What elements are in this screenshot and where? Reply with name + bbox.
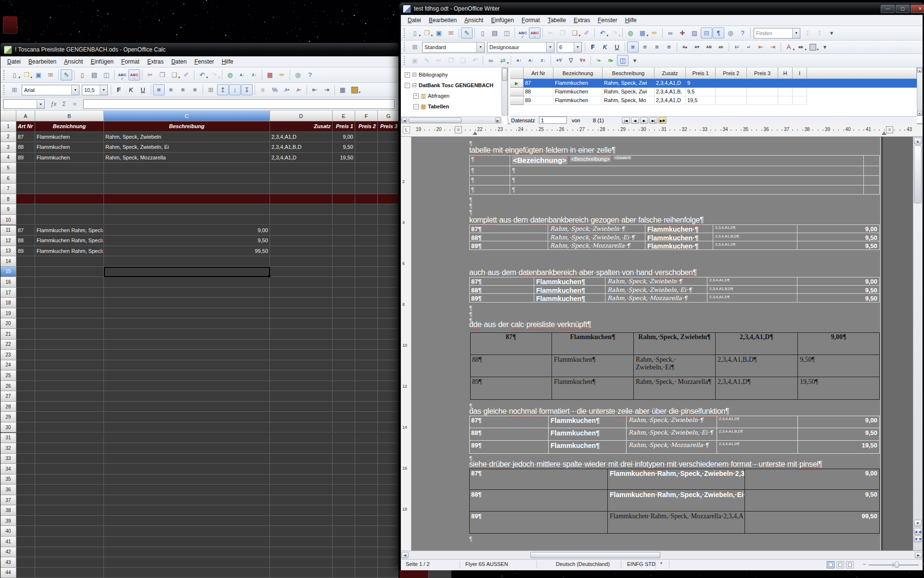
calc-sum-icon[interactable]: Σ [59, 99, 69, 109]
cell-F25[interactable] [355, 370, 378, 381]
cell-E36[interactable] [333, 485, 355, 495]
cell-C38[interactable] [104, 505, 270, 516]
cell-D18[interactable] [270, 298, 333, 308]
cell-B29[interactable] [35, 412, 104, 422]
cell-E6[interactable] [333, 173, 355, 184]
calc-show-draw-functions-icon[interactable]: ✏ [276, 69, 288, 80]
cell-F8[interactable] [355, 194, 378, 205]
cell-C34[interactable] [104, 464, 270, 474]
right-margin-marker[interactable]: ≡ [886, 126, 893, 133]
cell-G18[interactable] [378, 298, 398, 308]
cell-G28[interactable] [378, 402, 398, 412]
calc-column-header-E[interactable]: E [333, 111, 355, 121]
cell-A26[interactable] [16, 381, 35, 392]
cell-C30[interactable] [104, 422, 270, 433]
cell-D19[interactable] [270, 308, 333, 319]
cell-F44[interactable] [355, 568, 378, 578]
cell-C35[interactable] [104, 474, 270, 485]
grid-column-header-h[interactable]: H [778, 67, 793, 79]
font-size-combo-dropdown-icon[interactable]: ▾ [574, 42, 581, 52]
cell-B20[interactable] [35, 318, 104, 329]
cell-E27[interactable] [333, 391, 355, 402]
calc-row-header-1[interactable]: 1 [0, 121, 16, 132]
cell-B43[interactable] [35, 557, 104, 568]
grid-cell[interactable] [747, 79, 778, 88]
cell-A38[interactable] [16, 505, 35, 516]
calc-row-header-34[interactable]: 34 [0, 464, 16, 474]
writer-align-right-icon[interactable]: ≡ [651, 41, 663, 53]
writer-cut-icon[interactable]: ✂ [545, 27, 556, 39]
cell-B17[interactable] [35, 288, 104, 298]
calc-insert-chart-icon[interactable]: ▦ [264, 69, 276, 80]
cell-F15[interactable] [355, 267, 378, 277]
vscroll-thumb[interactable] [914, 145, 922, 203]
calc-paste-icon[interactable]: ❑▾ [168, 69, 180, 80]
writer-justify-icon[interactable]: ≡ [663, 41, 675, 53]
cell-G23[interactable] [378, 350, 398, 360]
grid-cell[interactable]: Rahm, Speck, Zwi [603, 88, 654, 96]
cell-E44[interactable] [333, 568, 355, 578]
cell-E34[interactable] [333, 464, 355, 474]
grid-row-selector[interactable] [510, 88, 524, 96]
cell-F35[interactable] [355, 474, 378, 485]
calc-row-header-38[interactable]: 38 [0, 505, 16, 516]
writer-sort-ascending-icon[interactable]: A↓ [525, 55, 537, 66]
calc-open-document-icon[interactable]: ❒▾ [21, 69, 32, 80]
collapse-icon[interactable]: − [413, 104, 419, 109]
cell-A5[interactable] [16, 163, 35, 173]
writer-menu-hilfe[interactable]: Hilfe [621, 15, 641, 25]
cell-D31[interactable] [270, 433, 333, 444]
cell-F16[interactable] [355, 277, 378, 288]
cell-E23[interactable] [333, 350, 355, 360]
grid-cell[interactable]: 2,3,4,A1,D [654, 96, 686, 105]
cell-F22[interactable] [355, 340, 378, 350]
writer-sort-icon[interactable]: A↕ [513, 55, 525, 66]
cell-B27[interactable] [35, 391, 104, 402]
writer-uppercase-icon[interactable]: AB [703, 41, 715, 53]
cell-B40[interactable] [35, 526, 104, 537]
zoom-slider-track[interactable] [869, 565, 919, 565]
grid-column-header-art-nr[interactable]: Art Nr [524, 67, 553, 79]
grid-column-header-beschreibung[interactable]: Beschreibung [603, 67, 654, 79]
grid-cell[interactable]: 87 [524, 79, 553, 88]
cell-D30[interactable] [270, 422, 333, 433]
cell-G41[interactable] [378, 537, 398, 547]
writer-data-sources-icon[interactable]: ⊟ [701, 27, 712, 39]
grid-vertical-scrollbar[interactable] [917, 67, 923, 116]
cell-A34[interactable] [16, 464, 35, 474]
cell-E28[interactable] [333, 402, 355, 412]
tree-item-datbank-tosc-gengenbach[interactable]: −⊟DatBank Tosc GENGENBACH [405, 81, 502, 90]
cell-E2[interactable]: 9,00 [333, 132, 355, 143]
zoom-in-icon[interactable]: + [920, 561, 924, 568]
cell-A44[interactable] [16, 568, 35, 578]
calc-format-paintbrush-icon[interactable]: ✐ [180, 69, 192, 80]
cell-D29[interactable] [270, 412, 333, 422]
writer-undo-icon[interactable]: ↶ [469, 55, 481, 66]
cell-C14[interactable] [104, 256, 270, 267]
tree-hscroll-thumb[interactable] [409, 118, 462, 123]
cell-A4[interactable]: 89 [16, 153, 35, 163]
calc-row-header-6[interactable]: 6 [0, 173, 16, 184]
cell-G21[interactable] [378, 329, 398, 340]
writer-menu-fenster[interactable]: Fenster [594, 15, 621, 25]
grid-row-selector[interactable]: ▶ [510, 79, 524, 88]
writer-format-paintbrush-icon[interactable]: ✐ [581, 27, 592, 39]
calc-menu-daten[interactable]: Daten [167, 57, 191, 66]
cell-C37[interactable] [104, 495, 270, 506]
cell-E10[interactable] [333, 215, 355, 225]
writer-document-area[interactable]: 24681012141618▲▼▲▲▼▼tabelle·mit·eingefüg… [401, 137, 923, 551]
writer-autofilter-icon[interactable]: ✶∇ [553, 55, 565, 66]
grid-cell[interactable]: 2,3,4,A1,B, [654, 88, 686, 96]
calc-row-header-36[interactable]: 36 [0, 485, 16, 495]
cell-D25[interactable] [270, 370, 333, 381]
cell-A8[interactable] [16, 194, 35, 205]
cell-E24[interactable] [333, 360, 355, 371]
cell-A37[interactable] [16, 495, 35, 506]
cell-E20[interactable] [333, 318, 355, 329]
cell-G25[interactable] [378, 370, 398, 381]
indent-marker[interactable] [473, 131, 477, 135]
font-name-combo-dropdown-icon[interactable]: ▾ [71, 85, 79, 95]
cell-A7[interactable] [16, 184, 35, 194]
scroll-down-icon[interactable]: ▼ [914, 520, 922, 526]
calc-selection-handle[interactable] [268, 275, 270, 277]
